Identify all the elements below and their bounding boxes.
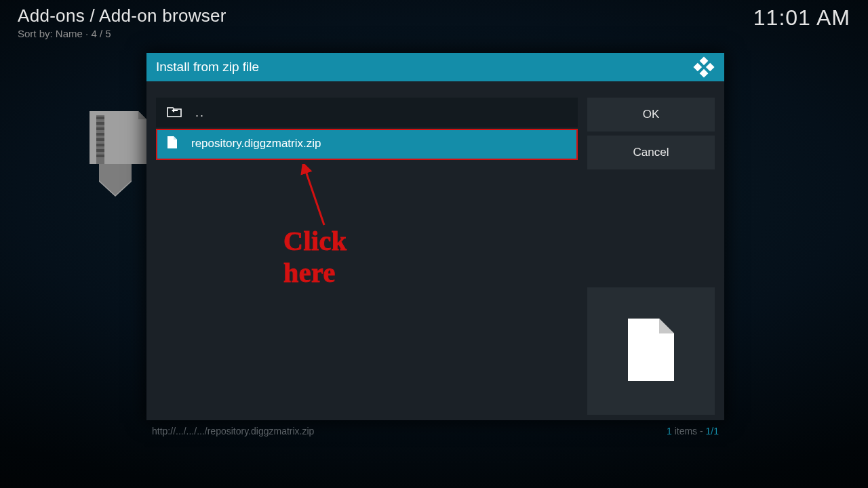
parent-dir-label: .. [195, 106, 205, 120]
cancel-button[interactable]: Cancel [587, 136, 715, 169]
install-zip-dialog: Install from zip file [146, 53, 724, 420]
footer-count: 1 items - 1/1 [667, 426, 719, 436]
page-title: Add-ons / Add-on browser [18, 5, 226, 26]
ok-button[interactable]: OK [587, 98, 715, 131]
clock: 11:01 AM [753, 5, 850, 30]
file-preview-panel [587, 287, 715, 415]
file-name: repository.diggzmatrix.zip [191, 137, 321, 150]
parent-directory-row[interactable]: .. [156, 98, 578, 129]
footer-path: http://.../.../.../repository.diggzmatri… [152, 426, 314, 436]
svg-rect-8 [96, 155, 104, 157]
dialog-right-panel: OK Cancel [587, 98, 715, 420]
svg-rect-2 [96, 122, 104, 125]
file-icon [167, 136, 178, 152]
position-indicator: 4 / 5 [91, 28, 111, 39]
kodi-logo-icon [693, 56, 715, 78]
svg-rect-10 [706, 63, 715, 72]
svg-rect-1 [96, 117, 104, 119]
svg-rect-4 [96, 133, 104, 136]
svg-rect-11 [693, 63, 702, 72]
svg-rect-6 [96, 144, 104, 146]
zip-file-illustration-icon [79, 110, 153, 214]
svg-rect-12 [700, 69, 709, 78]
svg-rect-5 [96, 138, 104, 141]
dialog-footer: http://.../.../.../repository.diggzmatri… [146, 422, 724, 441]
top-bar: Add-ons / Add-on browser Sort by: Name ·… [0, 0, 868, 39]
dialog-title: Install from zip file [156, 60, 259, 75]
svg-rect-3 [96, 127, 104, 130]
file-row-repository-zip[interactable]: repository.diggzmatrix.zip [156, 129, 578, 160]
svg-rect-9 [700, 56, 709, 65]
sort-label: Sort by: Name [18, 28, 83, 39]
dialog-title-bar: Install from zip file [146, 53, 724, 81]
header-left: Add-ons / Add-on browser Sort by: Name ·… [18, 5, 226, 39]
folder-back-icon [167, 105, 182, 121]
svg-rect-7 [96, 149, 104, 152]
sort-info: Sort by: Name · 4 / 5 [18, 28, 226, 39]
file-list: .. repository.diggzmatrix.zip [156, 98, 578, 420]
file-preview-icon [624, 316, 678, 386]
